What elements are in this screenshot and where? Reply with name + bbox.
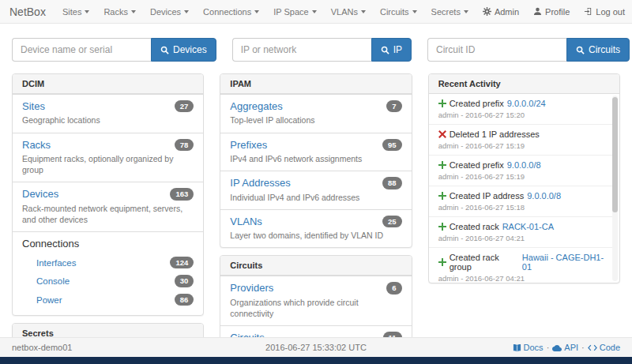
activity-meta: admin - 2016-06-27 15:18	[438, 203, 608, 212]
aggregates-description: Top-level IP allocations	[230, 114, 401, 126]
ip-addresses-description: Individual IPv4 and IPv6 addresses	[230, 192, 401, 203]
activity-item: Created rack group Hawaii - CAGE-DH1-01 …	[429, 247, 612, 283]
interfaces-link[interactable]: Interfaces	[36, 258, 77, 268]
circuit-search-input[interactable]	[427, 38, 566, 62]
activity-object-link[interactable]: 9.0.0.0/24	[507, 99, 546, 108]
activity-item: Deleted 1 IP addresses admin - 2016-06-2…	[429, 124, 612, 155]
nav-secrets[interactable]: Secrets	[424, 7, 476, 17]
search-icon	[160, 46, 169, 54]
column-dcim: DCIM Sites 27 Geographic locations Racks…	[12, 73, 204, 364]
circuit-search-button[interactable]: Circuits	[566, 38, 630, 62]
prefixes-link[interactable]: Prefixes	[230, 139, 267, 151]
nav-ip-space[interactable]: IP Space	[266, 7, 323, 17]
activity-object-link[interactable]: 9.0.0.0/8	[507, 160, 541, 170]
nav-vlans[interactable]: VLANs	[324, 7, 373, 17]
chevron-down-icon	[254, 10, 259, 13]
plus-icon	[438, 192, 446, 200]
devices-count-badge: 163	[170, 188, 194, 200]
code-link[interactable]: Code	[588, 343, 620, 352]
activity-object-link[interactable]: 9.0.0.0/8	[527, 191, 561, 201]
ip-addresses-count-badge: 88	[382, 177, 402, 189]
activity-object-link[interactable]: Hawaii - CAGE-DH1-01	[522, 253, 608, 272]
ip-addresses-link[interactable]: IP Addresses	[230, 177, 290, 189]
list-item: Sites 27 Geographic locations	[13, 94, 203, 133]
activity-item: Created IP address 9.0.0.0/8 admin - 201…	[429, 186, 612, 216]
plus-icon	[438, 161, 446, 169]
list-item: Providers 6 Organizations which provide …	[220, 276, 411, 325]
power-link[interactable]: Power	[36, 295, 62, 305]
search-icon	[576, 46, 585, 54]
nav-devices[interactable]: Devices	[143, 7, 196, 17]
nav-circuits[interactable]: Circuits	[373, 7, 424, 17]
nav-racks[interactable]: Racks	[96, 7, 143, 17]
netbox-brand[interactable]: NetBox	[9, 6, 46, 18]
device-search-input[interactable]	[12, 38, 151, 62]
recent-activity-title: Recent Activity	[429, 74, 619, 94]
api-link[interactable]: API	[552, 343, 578, 352]
list-item: Aggregates 7 Top-level IP allocations	[220, 94, 411, 133]
activity-action: Created IP address	[450, 191, 525, 201]
activity-meta: admin - 2016-06-27 04:21	[438, 274, 608, 283]
user-icon	[533, 7, 542, 16]
profile-link[interactable]: Profile	[526, 7, 577, 17]
book-icon	[513, 343, 521, 352]
ip-search-button[interactable]: IP	[371, 38, 412, 62]
device-search-group: Devices	[12, 38, 216, 62]
chevron-down-icon	[361, 10, 366, 13]
log-out-icon	[584, 7, 592, 16]
scrollbar-thumb[interactable]	[612, 97, 618, 212]
activity-object-link[interactable]: RACK-01-CA	[502, 222, 554, 231]
footer: netbox-demo01 2016-06-27 15:33:02 UTC Do…	[0, 337, 632, 357]
admin-link[interactable]: Admin	[476, 7, 526, 17]
ipam-panel-title: IPAM	[220, 74, 411, 94]
activity-action: Created rack	[450, 222, 499, 231]
activity-meta: admin - 2016-06-27 15:19	[438, 141, 608, 150]
scrollbar[interactable]	[612, 96, 618, 281]
prefixes-count-badge: 95	[382, 139, 402, 151]
bottom-strip	[0, 357, 632, 364]
ip-search-input[interactable]	[232, 38, 371, 62]
plus-icon	[438, 99, 446, 107]
recent-activity-body: Created prefix 9.0.0.0/24 admin - 2016-0…	[429, 94, 619, 283]
nav-connections[interactable]: Connections	[196, 7, 266, 17]
racks-link[interactable]: Racks	[22, 139, 51, 151]
providers-link[interactable]: Providers	[230, 282, 273, 294]
aggregates-link[interactable]: Aggregates	[230, 100, 283, 112]
vlans-count-badge: 25	[382, 216, 402, 227]
console-link[interactable]: Console	[36, 276, 70, 286]
connections-row: Console 30	[22, 272, 194, 290]
ip-search-group: IP	[232, 38, 412, 62]
chevron-down-icon	[85, 10, 89, 13]
activity-action: Created rack group	[450, 253, 519, 272]
activity-item: Created prefix 9.0.0.0/8 admin - 2016-06…	[429, 155, 612, 186]
footer-separator: ·	[581, 343, 585, 352]
aggregates-count-badge: 7	[386, 100, 401, 112]
chevron-down-icon	[412, 10, 417, 13]
devices-description: Rack-mounted network equipment, servers,…	[22, 203, 194, 225]
vlans-description: Layer two domains, identified by VLAN ID	[230, 230, 401, 241]
docs-link[interactable]: Docs	[513, 343, 544, 352]
circuits-panel-title: Circuits	[220, 256, 411, 276]
chevron-down-icon	[184, 10, 189, 13]
activity-item: Created rack RACK-01-CA admin - 2016-06-…	[429, 216, 612, 247]
plus-icon	[438, 223, 446, 231]
prefixes-description: IPv4 and IPv6 network assignments	[230, 153, 401, 164]
logout-link[interactable]: Log out	[577, 7, 632, 17]
dcim-panel-title: DCIM	[13, 74, 203, 94]
devices-link[interactable]: Devices	[22, 188, 58, 200]
connections-row: Power 86	[22, 291, 194, 309]
footer-links: Docs · API · Code	[513, 343, 620, 352]
nav-sites[interactable]: Sites	[55, 7, 96, 17]
footer-separator: ·	[547, 343, 550, 352]
delete-x-icon	[438, 130, 446, 138]
column-ipam: IPAM Aggregates 7 Top-level IP allocatio…	[220, 73, 412, 364]
device-search-button[interactable]: Devices	[151, 38, 216, 62]
activity-meta: admin - 2016-06-27 04:21	[438, 234, 608, 242]
top-navbar: NetBox Sites Racks Devices Connections I…	[0, 0, 632, 24]
vlans-link[interactable]: VLANs	[230, 216, 261, 227]
list-item: Racks 78 Equipment racks, optionally org…	[13, 133, 203, 182]
search-row: Devices IP Circuits	[0, 24, 632, 62]
connections-heading: Connections	[22, 238, 194, 250]
sites-link[interactable]: Sites	[22, 100, 45, 112]
connections-section: Connections Interfaces 124 Console 30 Po…	[13, 231, 203, 315]
